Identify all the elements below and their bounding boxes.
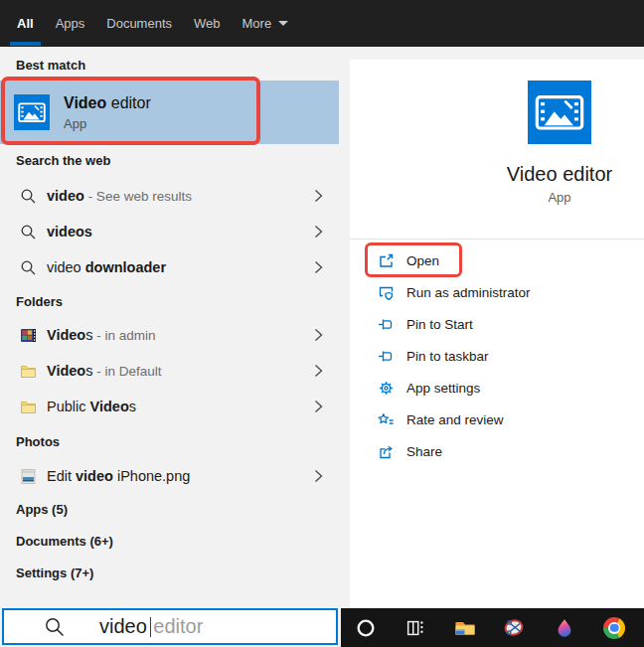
search-icon <box>44 616 66 638</box>
chevron-right-icon[interactable] <box>314 260 323 274</box>
action-label: Open <box>406 253 439 268</box>
file-explorer-icon[interactable] <box>453 616 477 640</box>
tab-web-label: Web <box>194 16 221 31</box>
paint-3d-icon[interactable] <box>553 616 576 640</box>
rate-star-icon <box>378 411 395 428</box>
shield-window-icon <box>378 284 395 301</box>
gear-icon <box>378 380 395 397</box>
folder-result-videos-admin[interactable]: Videos - in admin <box>0 317 339 353</box>
tab-apps[interactable]: Apps <box>45 0 96 47</box>
folder-result-text: Videos - in Default <box>47 363 162 379</box>
section-header-photos: Photos <box>16 434 60 450</box>
action-run-as-administrator[interactable]: Run as administrator <box>350 276 644 308</box>
best-match-title-bold: Video <box>64 94 106 111</box>
action-label: Share <box>406 444 442 459</box>
chevron-down-icon <box>278 21 288 26</box>
web-suggestion-videos[interactable]: videos <box>0 214 339 249</box>
tab-all[interactable]: All <box>6 0 45 47</box>
search-results-panel: Best match Video editor App Search the w… <box>0 47 341 608</box>
action-app-settings[interactable]: App settings <box>350 372 644 404</box>
search-filter-tabbar: All Apps Documents Web More <box>0 0 644 47</box>
tab-all-label: All <box>17 16 34 31</box>
folder-result-videos-default[interactable]: Videos - in Default <box>0 353 339 389</box>
action-label: Pin to Start <box>406 317 473 332</box>
chevron-right-icon[interactable] <box>314 189 323 203</box>
best-match-result-video-editor[interactable]: Video editor App <box>0 81 339 144</box>
text-meta: - in admin <box>92 328 155 343</box>
chevron-right-icon[interactable] <box>314 469 323 483</box>
text-bold: Video <box>47 363 85 379</box>
web-suggestion-text: video downloader <box>47 259 166 275</box>
action-rate-and-review[interactable]: Rate and review <box>350 404 644 435</box>
web-suggestion-video-downloader[interactable]: video downloader <box>0 249 339 285</box>
pin-icon <box>378 316 395 333</box>
action-pin-to-taskbar[interactable]: Pin to taskbar <box>350 340 644 372</box>
search-icon <box>20 188 37 205</box>
action-share[interactable]: Share <box>350 435 644 467</box>
preview-card: Video editor App Open Run as administrat… <box>350 60 644 608</box>
text-bold: Video <box>47 327 85 343</box>
text-bold: downloader <box>85 259 166 275</box>
section-header-apps[interactable]: Apps (5) <box>16 502 68 518</box>
photo-result-text: Edit video iPhone.png <box>47 468 190 484</box>
section-header-documents[interactable]: Documents (6+) <box>16 534 113 550</box>
chevron-right-icon[interactable] <box>314 364 323 378</box>
text-pre: Public <box>47 399 90 414</box>
chevron-right-icon[interactable] <box>314 328 323 342</box>
chevron-right-icon[interactable] <box>314 400 323 413</box>
text-rest: s <box>129 399 136 414</box>
open-icon <box>378 252 395 269</box>
text-meta: - See web results <box>84 189 192 204</box>
section-header-settings[interactable]: Settings (7+) <box>16 566 93 581</box>
snip-sketch-icon[interactable] <box>503 616 527 640</box>
text-meta: - in Default <box>92 364 161 379</box>
best-match-text: Video editor App <box>64 94 151 131</box>
action-label: Pin to taskbar <box>406 349 489 364</box>
videos-library-icon <box>20 327 37 344</box>
tab-documents[interactable]: Documents <box>95 0 183 47</box>
preview-panel: Video editor App Open Run as administrat… <box>341 47 644 608</box>
best-match-subtitle: App <box>64 116 151 131</box>
search-inline-suggestion: editor <box>153 615 203 638</box>
best-match-title: Video editor <box>64 94 151 112</box>
tab-more[interactable]: More <box>232 0 300 47</box>
pin-icon <box>378 348 395 365</box>
section-header-search-the-web: Search the web <box>16 153 110 169</box>
text-bold: Video <box>90 399 129 414</box>
preview-app-icon-wrap <box>528 81 591 144</box>
best-match-title-rest: editor <box>106 94 150 111</box>
cortana-icon[interactable] <box>354 616 378 640</box>
preview-app-name: Video editor <box>507 163 612 186</box>
search-query-text: video <box>99 615 147 638</box>
tab-web[interactable]: Web <box>183 0 232 47</box>
divider <box>350 239 644 240</box>
share-icon <box>378 443 395 460</box>
action-pin-to-start[interactable]: Pin to Start <box>350 308 644 340</box>
action-label: Run as administrator <box>406 285 531 300</box>
photo-result-edit-video-iphone[interactable]: Edit video iPhone.png <box>0 458 339 494</box>
folder-icon <box>20 399 37 415</box>
text-bold: video <box>76 468 113 484</box>
action-open[interactable]: Open <box>350 244 644 276</box>
search-icon <box>20 259 37 276</box>
text-cursor <box>150 617 152 637</box>
task-view-icon[interactable] <box>403 616 427 640</box>
chrome-icon[interactable] <box>602 616 626 640</box>
tab-documents-label: Documents <box>106 16 172 31</box>
web-suggestion-text: videos <box>47 224 92 240</box>
search-input[interactable]: video editor <box>2 608 338 645</box>
web-suggestion-video[interactable]: video - See web results <box>0 178 339 214</box>
folder-result-public-videos[interactable]: Public Videos <box>0 389 339 424</box>
text-bold: video <box>47 188 84 204</box>
folder-result-text: Videos - in admin <box>47 327 156 343</box>
tab-apps-label: Apps <box>56 16 85 31</box>
text-pre: video <box>47 259 85 275</box>
section-header-folders: Folders <box>16 294 63 310</box>
text-pre: Edit <box>47 468 76 484</box>
text-rest: iPhone.png <box>113 468 190 484</box>
chevron-right-icon[interactable] <box>314 225 323 239</box>
tab-more-label: More <box>242 16 272 31</box>
image-thumbnail-icon <box>20 468 37 485</box>
preview-app-type: App <box>548 190 570 205</box>
section-header-best-match: Best match <box>16 58 85 74</box>
